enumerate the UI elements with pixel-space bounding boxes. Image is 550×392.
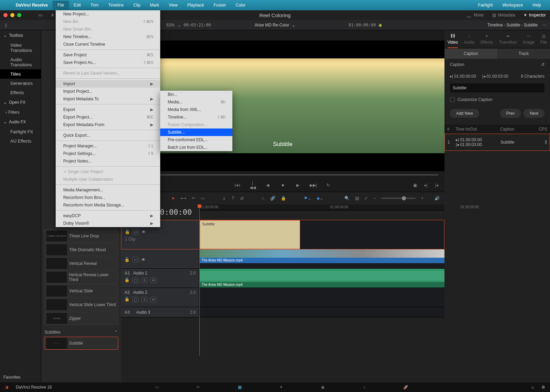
menu-item[interactable]: Quick Export... bbox=[56, 132, 160, 139]
eye-icon[interactable]: 👁 bbox=[142, 229, 146, 234]
deliver-page-icon[interactable]: 🚀 bbox=[399, 384, 412, 391]
menu-item[interactable]: Save Project As...⇧⌘S bbox=[56, 59, 160, 66]
title-preset-row[interactable]: THREE LINE DROPThree Line Drop bbox=[44, 229, 118, 243]
fullscreen-window-icon[interactable] bbox=[17, 13, 21, 17]
mixer-tab[interactable]: ꜡꜡Mixer bbox=[467, 13, 484, 18]
track-tab[interactable]: Track bbox=[497, 48, 550, 59]
eye-icon[interactable]: 👁 bbox=[141, 257, 145, 262]
insert-tool-icon[interactable]: ▭ bbox=[201, 196, 205, 201]
marker-icon[interactable]: ◈⌄ bbox=[317, 196, 323, 201]
menu-item[interactable]: Bin... bbox=[160, 91, 232, 98]
menu-fusion[interactable]: Fusion bbox=[209, 1, 231, 10]
cut-page-icon[interactable]: ✄ bbox=[192, 384, 205, 391]
video-clip[interactable]: The Arise MD Mission.mp4 bbox=[199, 249, 444, 263]
menu-item[interactable]: Subtitle... bbox=[160, 128, 232, 136]
menu-trim[interactable]: Trim bbox=[86, 1, 103, 10]
more-icon[interactable]: ⋯ bbox=[542, 23, 547, 27]
app-name[interactable]: DaVinci Resolve bbox=[11, 3, 53, 8]
chevron-down-icon[interactable]: ⌄ bbox=[292, 23, 295, 27]
menu-item[interactable]: New Project... bbox=[56, 10, 160, 18]
sidebar-item-generators[interactable]: Generators bbox=[0, 79, 41, 88]
title-preset-row[interactable]: Vertical Reveal bbox=[44, 257, 118, 270]
audio-clip[interactable]: The Arise MD Mission.mp4 bbox=[199, 269, 444, 288]
sidebar-item-video-transitions[interactable]: Video Transitions bbox=[0, 41, 41, 55]
cc-icon[interactable]: CC bbox=[133, 229, 139, 235]
menu-timeline[interactable]: Timeline bbox=[103, 1, 129, 10]
resolve-logo-icon[interactable]: ◑ bbox=[5, 385, 8, 390]
sidebar-item-filters[interactable]: ›Filters bbox=[0, 108, 41, 117]
source-clip-name[interactable]: Arise MD Re-Color ⌄ bbox=[250, 23, 300, 27]
inspector-tab-file[interactable]: ▤File bbox=[540, 34, 547, 48]
subtitle-track[interactable]: ST1Subtitle 1 🔓 CC 👁 1 Clip Subtitle bbox=[121, 220, 444, 249]
reset-icon[interactable]: ↺ bbox=[541, 62, 544, 67]
stop-icon[interactable]: ■ bbox=[279, 183, 286, 188]
menu-item[interactable]: Export Metadata From▶ bbox=[56, 121, 160, 128]
inspector-tab[interactable]: ✶Inspector bbox=[524, 13, 546, 18]
openfx-group[interactable]: ⌄Open FX bbox=[0, 97, 41, 108]
menu-clip[interactable]: Clip bbox=[129, 1, 145, 10]
search-icon[interactable]: 🔍 bbox=[344, 196, 350, 201]
inspector-tab-effects[interactable]: ✦Effects bbox=[481, 34, 493, 48]
menu-item[interactable]: Export Project...⌘E bbox=[56, 113, 160, 121]
mute-button[interactable]: M bbox=[150, 278, 156, 283]
record-arm-icon[interactable]: ◯ bbox=[132, 297, 139, 302]
zoom-out-icon[interactable]: − bbox=[373, 196, 376, 201]
zoom-fit-icon[interactable]: ⤢ bbox=[364, 196, 368, 201]
menu-item[interactable]: Batch List from EDL... bbox=[160, 144, 232, 151]
title-preset-row[interactable]: Title Dramatic Mood bbox=[44, 243, 118, 256]
audio-track-a1[interactable]: A1Audio 12.0 🔓◯SM The Arise MD Mission.m… bbox=[121, 269, 444, 288]
toolbox-group[interactable]: ⌄Toolbox bbox=[0, 30, 41, 41]
mute-button[interactable]: M bbox=[150, 297, 156, 302]
link-icon[interactable]: 🔗 bbox=[270, 196, 275, 201]
menu-workspace[interactable]: Workspace bbox=[498, 1, 528, 10]
blade-tool-icon[interactable]: ✄ bbox=[192, 196, 195, 201]
menu-item[interactable]: Close Current Timeline bbox=[56, 41, 160, 48]
record-arm-icon[interactable]: ◯ bbox=[132, 278, 139, 283]
go-start-icon[interactable]: |◀◀ bbox=[249, 180, 256, 190]
ripple-icon[interactable]: ⤒ bbox=[231, 196, 235, 201]
match-frame-icon[interactable]: ▣ bbox=[413, 183, 417, 188]
menu-item[interactable]: Import Project... bbox=[56, 88, 160, 95]
menu-item[interactable]: New Timeline...⌘N bbox=[56, 33, 160, 41]
inspector-tab-video[interactable]: 🎞Video bbox=[448, 34, 458, 48]
append-icon[interactable]: ⤓ bbox=[222, 196, 226, 201]
effects-library-icon[interactable]: ≡ bbox=[51, 13, 54, 18]
minimize-window-icon[interactable] bbox=[10, 13, 14, 17]
inspector-tab-audio[interactable]: ♪Audio bbox=[464, 34, 475, 48]
menu-item[interactable]: Media Management... bbox=[56, 186, 160, 194]
video-track-v1[interactable]: 🔓 ▭ 👁 The Arise MD Mission.mp4 bbox=[121, 249, 444, 269]
audio-track-a3[interactable]: A3 Audio 32.0 bbox=[121, 307, 444, 317]
replace-icon[interactable]: ⇄ bbox=[240, 196, 244, 201]
inspector-tab-image[interactable]: ▭Image bbox=[523, 34, 534, 48]
menu-item[interactable]: Project Settings...⇧9 bbox=[56, 150, 160, 157]
title-preset-row[interactable]: Vertical Reveal Lower Third bbox=[44, 271, 118, 284]
sidebar-item-fairlight-fx[interactable]: Fairlight FX bbox=[0, 127, 41, 136]
timeline-opts-icon[interactable]: ▤ bbox=[355, 196, 359, 201]
menu-item[interactable]: Timeline...⇧⌘I bbox=[160, 113, 232, 121]
menu-item[interactable]: Export▶ bbox=[56, 106, 160, 113]
sidebar-toggle-icon[interactable]: ▯ bbox=[5, 23, 7, 27]
subtitle-table-row[interactable]: 1 ▸| 01:00:00:00 |◂ 01:00:03:00 Subtitle… bbox=[444, 134, 550, 151]
menu-item[interactable]: easyDCP▶ bbox=[56, 212, 160, 220]
subtitles-section-header[interactable]: Subtitles⌃ bbox=[45, 330, 118, 335]
mark-out-icon[interactable]: |◂ bbox=[435, 183, 438, 188]
title-preset-row[interactable]: ZIPPERZipper bbox=[44, 312, 118, 325]
sidebar-item-effects[interactable]: Effects bbox=[0, 88, 41, 97]
mark-in-icon[interactable]: ▸| bbox=[425, 183, 428, 188]
lock-icon[interactable]: 🔓 bbox=[124, 278, 130, 283]
play-reverse-icon[interactable]: ◀ bbox=[264, 183, 271, 188]
menu-item[interactable]: Import▶ bbox=[56, 80, 160, 88]
playhead-line[interactable] bbox=[199, 204, 200, 356]
sidebar-item-audio-transitions[interactable]: Audio Transitions bbox=[0, 55, 41, 69]
customize-caption-checkbox[interactable]: Customize Caption bbox=[450, 97, 492, 102]
menu-item[interactable]: Dolby Vision®▶ bbox=[56, 220, 160, 227]
sidebar-item-titles[interactable]: Titles bbox=[0, 69, 41, 79]
zoom-in-icon[interactable]: + bbox=[421, 196, 424, 201]
caption-text-input[interactable]: Subtitle bbox=[450, 83, 544, 92]
time-out[interactable]: |◂ 01:00:03:00 bbox=[482, 74, 508, 79]
title-preset-row[interactable]: Vertical Slide bbox=[44, 284, 118, 298]
sidebar-item-au-effects[interactable]: AU Effects bbox=[0, 136, 41, 146]
arrow-tool-icon[interactable]: ➤ bbox=[172, 196, 175, 201]
prev-button[interactable]: Prev bbox=[500, 109, 521, 118]
menu-item[interactable]: Pre-conformed EDL... bbox=[160, 136, 232, 144]
